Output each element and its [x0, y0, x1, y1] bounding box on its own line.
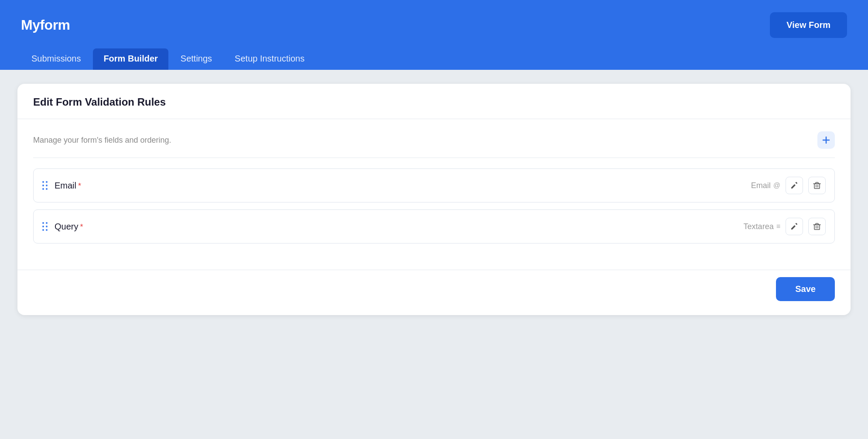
- field-right: Email @: [751, 177, 826, 194]
- drag-handle-icon[interactable]: [42, 222, 48, 231]
- plus-icon: [822, 136, 830, 144]
- section-header: Manage your form's fields and ordering.: [33, 131, 835, 158]
- field-right: Textarea ≡: [744, 218, 826, 235]
- field-type-icon: @: [773, 182, 780, 189]
- nav-tabs: SubmissionsForm BuilderSettingsSetup Ins…: [21, 48, 847, 70]
- view-form-button[interactable]: View Form: [770, 12, 847, 38]
- edit-field-button[interactable]: [786, 177, 803, 194]
- save-button[interactable]: Save: [776, 277, 835, 301]
- app-title: Myform: [21, 17, 70, 33]
- nav-tab-settings[interactable]: Settings: [170, 48, 222, 70]
- required-indicator: *: [80, 223, 83, 231]
- field-row: Email*Email @: [33, 168, 835, 202]
- nav-tab-form-builder[interactable]: Form Builder: [93, 48, 168, 70]
- card-footer: Save: [17, 270, 851, 315]
- section-description: Manage your form's fields and ordering.: [33, 136, 171, 145]
- card-body: Manage your form's fields and ordering. …: [17, 119, 851, 270]
- svg-rect-2: [814, 184, 820, 189]
- field-left: Email*: [42, 181, 81, 191]
- required-indicator: *: [78, 182, 81, 190]
- field-type-label: Textarea ≡: [744, 222, 780, 231]
- svg-rect-3: [814, 225, 820, 230]
- drag-handle-icon[interactable]: [42, 181, 48, 190]
- nav-tab-submissions[interactable]: Submissions: [21, 48, 91, 70]
- app-header: Myform View Form SubmissionsForm Builder…: [0, 0, 868, 70]
- field-row: Query*Textarea ≡: [33, 209, 835, 244]
- header-top: Myform View Form: [21, 0, 847, 48]
- field-left: Query*: [42, 222, 83, 232]
- trash-icon: [813, 182, 821, 189]
- field-type-icon: ≡: [776, 223, 780, 230]
- field-name-label: Email*: [55, 181, 81, 191]
- field-type-label: Email @: [751, 181, 780, 190]
- edit-field-button[interactable]: [786, 218, 803, 235]
- edit-icon: [790, 223, 798, 230]
- form-validation-card: Edit Form Validation Rules Manage your f…: [17, 84, 851, 315]
- field-name-label: Query*: [55, 222, 83, 232]
- card-header: Edit Form Validation Rules: [17, 84, 851, 119]
- edit-icon: [790, 182, 798, 189]
- field-list: Email*Email @ Query*Textarea ≡: [33, 168, 835, 244]
- trash-icon: [813, 223, 821, 230]
- delete-field-button[interactable]: [808, 218, 826, 235]
- nav-tab-setup-instructions[interactable]: Setup Instructions: [224, 48, 315, 70]
- main-content: Edit Form Validation Rules Manage your f…: [0, 70, 868, 439]
- card-title: Edit Form Validation Rules: [33, 96, 835, 108]
- add-field-button[interactable]: [817, 131, 835, 149]
- delete-field-button[interactable]: [808, 177, 826, 194]
